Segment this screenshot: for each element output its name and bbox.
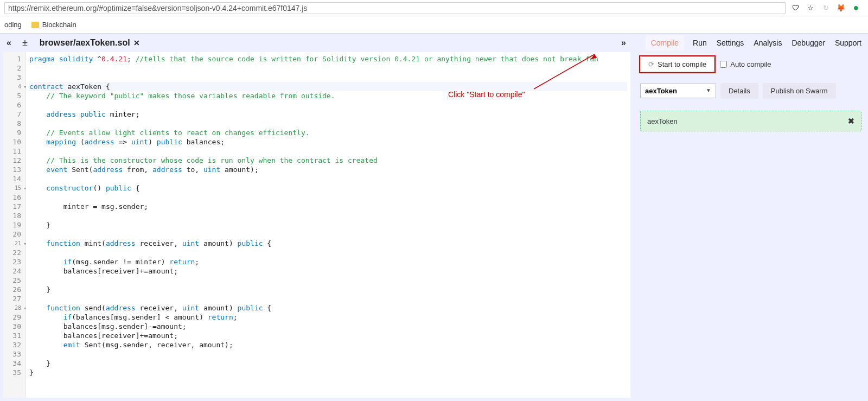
editor-tab-bar: « ± browser/aexToken.sol ✕ » [0, 34, 634, 52]
shield-icon[interactable]: 🛡 [791, 4, 800, 12]
tab-settings[interactable]: Settings [716, 36, 745, 49]
tab-debugger[interactable]: Debugger [790, 36, 826, 49]
bookmark-blockchain[interactable]: Blockchain [31, 21, 76, 29]
start-compile-button[interactable]: ⟳ Start to compile [640, 56, 714, 72]
close-icon[interactable]: ✖ [848, 117, 854, 125]
tab-run[interactable]: Run [692, 36, 708, 49]
tab-analysis[interactable]: Analysis [752, 36, 783, 49]
side-tab-bar: Compile Run Settings Analysis Debugger S… [634, 34, 868, 52]
tab-overflow-icon[interactable]: » [617, 38, 630, 48]
editor-gutter: 1234567891011121314151617181920212223242… [3, 52, 26, 398]
contract-select[interactable]: aexToken [640, 84, 716, 98]
bookmark-bar: oding Blockchain [0, 16, 868, 34]
auto-compile-toggle[interactable]: Auto compile [720, 60, 771, 68]
side-panel: Compile Run Settings Analysis Debugger S… [634, 34, 868, 401]
refresh-icon[interactable]: ↻ [821, 4, 830, 12]
close-icon[interactable]: ✕ [133, 39, 140, 47]
bookmark-label: Blockchain [42, 21, 76, 29]
editor-code-area[interactable]: pragma solidity ^0.4.21; //tells that th… [26, 52, 630, 398]
tab-support[interactable]: Support [834, 36, 863, 49]
tab-nav-left-icon[interactable]: « [3, 38, 15, 48]
compile-result-card: aexToken ✖ [640, 111, 861, 131]
contract-select-value: aexToken [645, 87, 677, 95]
tab-compile[interactable]: Compile [646, 35, 684, 50]
file-tab[interactable]: browser/aexToken.sol ✕ [35, 36, 144, 50]
file-tab-label: browser/aexToken.sol [40, 38, 130, 48]
bookmark-coding[interactable]: oding [4, 21, 22, 29]
svg-line-0 [534, 54, 595, 89]
publish-swarm-button[interactable]: Publish on Swarm [763, 83, 836, 99]
auto-compile-label: Auto compile [730, 60, 771, 68]
result-contract-name: aexToken [647, 117, 678, 125]
url-input[interactable] [4, 2, 786, 14]
reload-icon: ⟳ [648, 60, 654, 68]
annotation-text: Click "Start to compile" [448, 90, 525, 99]
bookmark-label: oding [4, 21, 22, 29]
compile-button-label: Start to compile [658, 60, 706, 68]
folder-icon [31, 22, 39, 28]
tab-new-icon[interactable]: ± [19, 37, 31, 49]
auto-compile-checkbox[interactable] [720, 61, 727, 68]
star-icon[interactable]: ☆ [806, 4, 815, 12]
annotation-arrow [529, 52, 622, 93]
browser-url-bar: 🛡 ☆ ↻ 🦊 ● [0, 0, 868, 16]
details-button[interactable]: Details [720, 83, 758, 99]
dot-icon[interactable]: ● [852, 4, 860, 12]
fox-icon[interactable]: 🦊 [837, 4, 845, 12]
code-editor[interactable]: 1234567891011121314151617181920212223242… [3, 52, 630, 398]
